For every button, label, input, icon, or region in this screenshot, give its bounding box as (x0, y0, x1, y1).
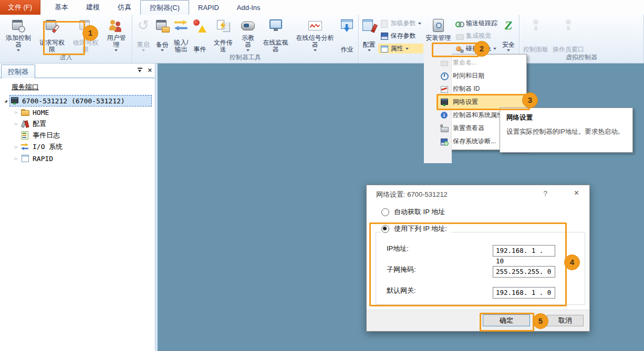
add-controller-label: 添加控制器 (4, 35, 33, 48)
inputs-outputs-label: 输入/ 输出 (174, 39, 188, 53)
ribbon-group-label: 虚拟控制器 (520, 53, 643, 62)
service-port-link[interactable]: 服务端口 (12, 82, 39, 92)
expander-collapsed-icon[interactable]: ▷ (13, 110, 20, 115)
user-management-button[interactable]: 用户管理 (102, 17, 130, 54)
chevron-down-icon (314, 49, 317, 53)
subnet-mask-label: 子网掩码: (387, 265, 416, 274)
tree-item-io-system[interactable]: ▷I/O 系统 (0, 141, 155, 153)
expander-collapsed-icon[interactable]: ▷ (13, 144, 20, 150)
tab-modeling[interactable]: 建模 (77, 0, 109, 15)
jobs-button[interactable]: 作业 (338, 17, 357, 54)
tab-simulation[interactable]: 仿真 (109, 0, 140, 15)
signal-analyzer-icon (307, 18, 323, 34)
save-parameters-label: 保存参数 (391, 31, 416, 40)
users-icon (108, 18, 124, 34)
tree-item-configuration[interactable]: ▷配置 (0, 118, 155, 130)
config-icon (361, 18, 377, 34)
menu-item-label: 时间和日期 (453, 71, 484, 80)
menu-item-network-settings[interactable]: 网络设置 (438, 95, 526, 109)
radio-circle-auto[interactable] (381, 208, 389, 216)
conveyor-tracking-icon (455, 19, 464, 28)
installation-manager-label: 安装管理器 (425, 35, 451, 48)
radio-auto-label: 自动获取 IP 地址 (394, 207, 445, 217)
controller-icon (11, 97, 19, 105)
chevron-down-icon (246, 49, 250, 53)
configuration-button[interactable]: 配置 (360, 17, 378, 54)
signal-analyzer-button[interactable]: 在线信号分析器 (293, 17, 338, 54)
menu-item-label: 重命名... (453, 58, 477, 67)
properties-button[interactable]: 属性 (378, 44, 423, 54)
jobs-label: 作业 (341, 46, 354, 53)
tab-basic[interactable]: 基本 (46, 0, 77, 15)
save-parameters-button[interactable]: 保存参数 (378, 31, 423, 41)
operator-window-label: 操作员窗口 (553, 46, 584, 53)
tree-root-row[interactable]: ◢6700-531212 (6700-531212) (2, 95, 153, 107)
events-button[interactable]: 事件 (191, 17, 210, 54)
step-1-badge: 1 (82, 25, 98, 41)
tree-item-home[interactable]: ▷HOME (0, 107, 155, 118)
signal-analyzer-label: 在线信号分析器 (295, 35, 336, 48)
controller-add-icon (11, 18, 26, 34)
default-gateway-field[interactable]: 192.168. 1 . 0 (493, 287, 555, 299)
ip-address-field[interactable]: 192.168. 1 . 10 (493, 245, 555, 257)
ribbon-tab-bar: 文件 (F) 基本建模仿真控制器(C)RAPIDAdd-Ins (0, 0, 644, 15)
flexpendant-label: 示教器 (239, 35, 257, 48)
backup-button[interactable]: 备份 (153, 17, 172, 54)
radio-manual-ip[interactable]: 使用下列 IP 地址: (381, 224, 451, 233)
cancel-button[interactable]: 取消 (547, 315, 584, 326)
radio-circle-manual[interactable] (381, 225, 389, 233)
radio-auto-ip[interactable]: 自动获取 IP 地址 (381, 207, 445, 217)
panel-tab-controller[interactable]: 控制器 (1, 65, 35, 79)
chevron-down-icon (115, 49, 118, 53)
chevron-down-icon (17, 49, 20, 53)
tree-root-label: 6700-531212 (6700-531212) (22, 97, 125, 105)
dialog-title: 网络设置: 6700-531212 (376, 190, 448, 199)
flexpendant-button[interactable]: 示教器 (237, 17, 259, 54)
expander-collapsed-icon[interactable]: ▷ (13, 156, 20, 161)
expander-collapsed-icon[interactable]: ▷ (13, 121, 20, 126)
subnet-mask-field[interactable]: 255.255.255. 0 (493, 266, 555, 278)
close-panel-icon[interactable]: × (148, 67, 152, 74)
close-icon[interactable]: × (574, 188, 579, 198)
backup-icon (154, 18, 170, 34)
pin-panel-icon[interactable] (138, 68, 142, 73)
conveyor-tracking-button[interactable]: 输送链跟踪 (453, 18, 500, 28)
menu-item-rename: 重命名... (438, 56, 526, 69)
installation-manager-button[interactable]: 安装管理器 (423, 17, 453, 54)
tree-item-event-log[interactable]: 事件日志 (0, 130, 155, 141)
ribbon-button-stack: 加载参数保存参数属性 (378, 17, 423, 54)
backup-label: 备份 (156, 41, 169, 48)
add-controller-button[interactable]: 添加控制器 (2, 17, 35, 54)
tab-file[interactable]: 文件 (F) (0, 0, 40, 15)
help-icon[interactable]: ? (543, 189, 547, 198)
online-monitor-button[interactable]: 在线监视器 (259, 17, 293, 54)
tab-controller[interactable]: 控制器(C) (140, 0, 189, 15)
inputs-outputs-button[interactable]: 输入/ 输出 (172, 17, 191, 54)
tree-item-rapid[interactable]: ▷RAPID (0, 153, 155, 164)
menu-item-date-time[interactable]: 时间和日期 (438, 69, 526, 82)
tree-item-label: HOME (33, 109, 49, 116)
menu-item-controller-id[interactable]: 控制器 ID (438, 82, 526, 95)
tab-rapid[interactable]: RAPID (189, 0, 228, 15)
safety-button[interactable]: 安全 (500, 17, 517, 54)
control-panel-button: 控制面板 (521, 17, 550, 54)
pendant-icon (240, 18, 256, 34)
control-panel-icon (528, 18, 544, 34)
chevron-down-icon (406, 48, 409, 51)
save-diagnostics-icon (440, 137, 449, 146)
load-parameters-button: 加载参数 (378, 18, 423, 28)
events-label: 事件 (194, 46, 206, 53)
panel-header: 控制器 × (0, 63, 155, 78)
ribbon-group-label: 进入 (0, 53, 132, 62)
file-transfer-button[interactable]: 文件传送 (210, 17, 237, 54)
conveyor-tracking-label: 输送链跟踪 (466, 19, 497, 28)
ribbon: 添加控制器请求写权限收回写权限用户管理进入重启备份输入/ 输出事件文件传送示教器… (0, 15, 644, 63)
expander-expanded-icon[interactable]: ◢ (2, 98, 9, 103)
request-write-access-button[interactable]: 请求写权限 (35, 17, 69, 54)
safety-label: 安全 (502, 41, 515, 48)
step-4-badge: 4 (564, 254, 580, 270)
ok-button[interactable]: 确定 (483, 314, 530, 326)
online-monitor-label: 在线监视器 (261, 39, 290, 53)
tab-addins[interactable]: Add-Ins (228, 0, 269, 15)
ribbon-group-2: 重启备份输入/ 输出事件文件传送示教器在线监视器在线信号分析器作业控制器工具 (132, 15, 359, 63)
